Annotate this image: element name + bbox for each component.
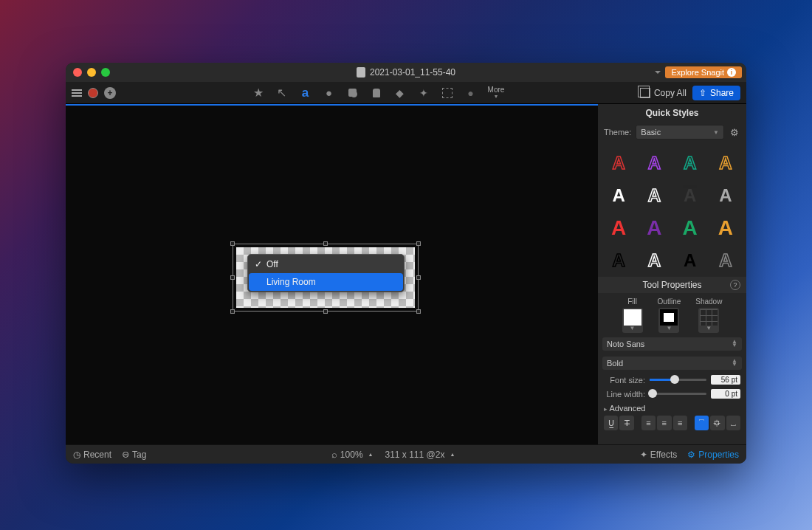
quick-style-item[interactable]: A	[636, 147, 672, 179]
title-bar: 2021-03-01_11-55-40 Explore Snagit i	[66, 63, 746, 82]
explore-snagit-button[interactable]: Explore Snagit i	[665, 66, 742, 78]
title-center: 2021-03-01_11-55-40	[66, 67, 746, 78]
canvas[interactable]: Off Living Room	[66, 104, 598, 444]
help-button[interactable]: ?	[730, 280, 740, 290]
arrow-tool[interactable]	[275, 86, 289, 100]
text-format-row: U̲ T̶ ≡ ≡ ≡ ⎴ ⯐ ⎵	[598, 414, 746, 435]
more-tools-button[interactable]: More ▼	[488, 86, 505, 99]
font-size-slider[interactable]	[650, 379, 706, 381]
quick-style-item[interactable]: A	[672, 179, 708, 212]
advanced-disclosure[interactable]: Advanced	[598, 401, 746, 414]
quick-style-item[interactable]: A	[708, 212, 743, 244]
resize-handle-tm[interactable]	[323, 241, 328, 246]
resize-handle-br[interactable]	[416, 309, 421, 314]
quick-styles-header: Quick Styles	[598, 104, 746, 122]
shape-tool[interactable]	[346, 86, 359, 100]
explore-snagit-label: Explore Snagit	[671, 68, 724, 77]
traffic-lights	[66, 68, 110, 77]
quick-style-item[interactable]: A	[601, 147, 636, 179]
line-width-value[interactable]: 0 pt	[711, 389, 740, 399]
copy-icon	[640, 88, 650, 98]
outline-swatch	[660, 309, 678, 326]
fill-swatch	[624, 309, 641, 326]
slider-thumb[interactable]	[670, 375, 679, 384]
properties-button[interactable]: Properties	[687, 450, 739, 460]
quick-style-item[interactable]: A	[672, 212, 708, 244]
close-window-button[interactable]	[73, 68, 82, 77]
effects-button[interactable]: Effects	[640, 450, 677, 460]
align-center-button[interactable]: ≡	[657, 416, 671, 430]
quick-style-item[interactable]: A	[708, 244, 743, 277]
tag-icon	[122, 450, 129, 460]
theme-select[interactable]: Basic ▼	[636, 125, 724, 140]
toolbar: + More ▼ Copy All Share	[66, 82, 746, 104]
quick-style-item[interactable]: A	[672, 244, 708, 277]
quick-style-item[interactable]: A	[601, 179, 636, 212]
share-icon	[699, 88, 706, 98]
tool-properties-header: Tool Properties ?	[598, 277, 746, 293]
sidebar-toggle-button[interactable]	[72, 89, 82, 97]
quick-style-item[interactable]: A	[601, 212, 636, 244]
quick-style-item[interactable]: A	[672, 147, 708, 179]
resize-handle-mr[interactable]	[416, 275, 421, 280]
document-title: 2021-03-01_11-55-40	[370, 67, 455, 78]
stamp-tool[interactable]	[370, 86, 383, 100]
shadow-property[interactable]: Shadow ▼	[695, 297, 722, 333]
record-button[interactable]	[88, 88, 98, 98]
font-size-value[interactable]: 56 pt	[711, 375, 740, 385]
dimensions-display[interactable]: 311 x 111 @2x▲	[385, 450, 455, 460]
valign-top-button[interactable]: ⎴	[695, 416, 709, 430]
align-right-button[interactable]: ≡	[673, 416, 687, 430]
selection-tool[interactable]	[441, 86, 454, 100]
favorites-tool[interactable]	[252, 86, 265, 100]
quick-style-item[interactable]: A	[636, 212, 672, 244]
tools-group: More ▼	[116, 86, 640, 100]
font-weight-select[interactable]: Bold ▲▼	[602, 357, 742, 370]
copy-all-button[interactable]: Copy All	[640, 88, 687, 98]
theme-label: Theme:	[604, 128, 631, 137]
maximize-window-button[interactable]	[101, 68, 110, 77]
blur-tool[interactable]	[464, 86, 478, 100]
share-button[interactable]: Share	[692, 86, 740, 100]
document-icon	[357, 67, 365, 78]
stepper-icon: ▲▼	[732, 359, 737, 367]
info-icon: i	[727, 68, 736, 77]
resize-handle-ml[interactable]	[230, 275, 235, 280]
stepper-icon: ▲▼	[732, 340, 737, 348]
move-tool[interactable]	[417, 86, 430, 100]
chevron-down-icon: ▼	[713, 129, 719, 136]
align-left-button[interactable]: ≡	[641, 416, 656, 430]
magnifier-icon	[331, 449, 337, 460]
theme-settings-button[interactable]: ⚙	[729, 126, 740, 138]
resize-handle-tr[interactable]	[416, 241, 421, 246]
strikethrough-button[interactable]: T̶	[619, 416, 633, 430]
text-tool[interactable]	[299, 86, 312, 100]
tag-button[interactable]: Tag	[122, 450, 146, 460]
resize-handle-bl[interactable]	[230, 309, 235, 314]
quick-style-item[interactable]: A	[636, 244, 672, 277]
quick-style-item[interactable]: A	[601, 244, 636, 277]
minimize-window-button[interactable]	[87, 68, 96, 77]
new-capture-button[interactable]: +	[104, 87, 116, 99]
selected-object[interactable]: Off Living Room	[233, 244, 419, 312]
theme-value: Basic	[641, 128, 661, 137]
quick-style-item[interactable]: A	[708, 147, 743, 179]
resize-handle-tl[interactable]	[230, 241, 235, 246]
recent-button[interactable]: Recent	[73, 450, 111, 460]
quick-style-item[interactable]: A	[636, 179, 672, 212]
title-dropdown-icon[interactable]	[655, 71, 661, 74]
quick-style-item[interactable]: A	[708, 179, 743, 212]
valign-bottom-button[interactable]: ⎵	[726, 416, 740, 430]
line-width-slider[interactable]	[650, 393, 706, 395]
font-family-select[interactable]: Noto Sans ▲▼	[602, 337, 742, 351]
valign-middle-button[interactable]: ⯐	[710, 416, 724, 430]
underline-button[interactable]: U̲	[604, 416, 618, 430]
outline-property[interactable]: Outline ▼	[658, 297, 681, 333]
slider-thumb[interactable]	[648, 389, 657, 398]
fill-tool[interactable]	[393, 86, 407, 100]
shadow-swatch	[700, 309, 718, 326]
fill-property[interactable]: Fill ▼	[622, 297, 643, 333]
callout-tool[interactable]	[323, 86, 336, 100]
resize-handle-bm[interactable]	[323, 309, 328, 314]
zoom-control[interactable]: 100%▲	[331, 449, 374, 460]
